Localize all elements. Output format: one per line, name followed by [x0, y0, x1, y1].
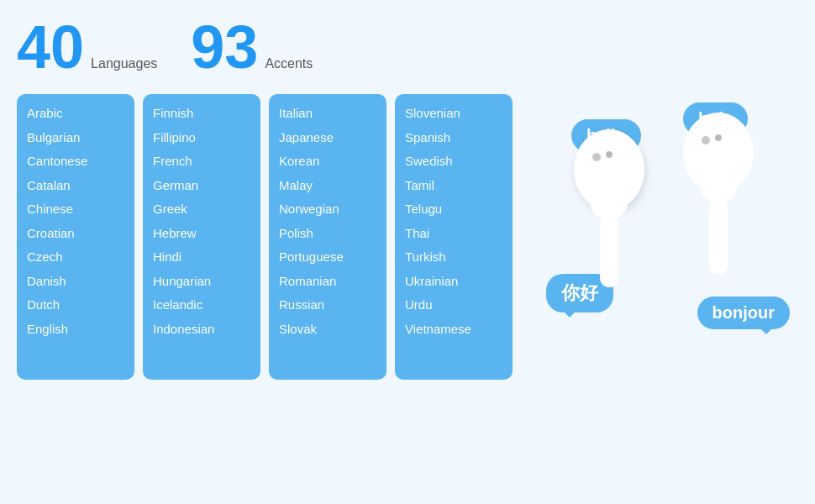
language-item: Greek — [153, 198, 250, 221]
language-item: Slovak — [279, 318, 376, 341]
language-item: Hebrew — [153, 223, 250, 245]
svg-point-2 — [592, 153, 601, 161]
language-item: Cantonese — [27, 150, 124, 173]
languages-number: 40 — [17, 17, 84, 77]
language-item: Hungarian — [153, 270, 250, 293]
language-item: Urdu — [405, 294, 502, 317]
language-column-col4: SlovenianSpanishSwedishTamilTeluguThaiTu… — [395, 94, 513, 380]
language-item: Czech — [27, 246, 124, 269]
language-item: English — [27, 318, 124, 341]
language-item: Icelandic — [153, 294, 250, 317]
accents-number: 93 — [191, 17, 258, 77]
language-item: Finnish — [153, 102, 250, 125]
language-column-col2: FinnishFillipinoFrenchGermanGreekHebrewH… — [143, 94, 260, 380]
language-item: Italian — [279, 102, 376, 125]
language-columns: ArabicBulgarianCantoneseCatalanChineseCr… — [17, 94, 513, 380]
language-item: Catalan — [27, 175, 124, 197]
language-item: Hindi — [153, 246, 250, 269]
svg-point-8 — [715, 134, 722, 141]
accents-stat: 93 Accents — [191, 17, 313, 77]
languages-stat: 40 Languages — [17, 17, 157, 77]
language-item: French — [153, 150, 250, 173]
language-item: Thai — [405, 223, 502, 245]
earbuds-section: hello hola 你好 bonjour — [521, 94, 798, 380]
language-item: Spanish — [405, 127, 502, 150]
content-area: ArabicBulgarianCantoneseCatalanChineseCr… — [17, 94, 798, 380]
language-column-col3: ItalianJapaneseKoreanMalayNorwegianPolis… — [269, 94, 386, 380]
main-container: 40 Languages 93 Accents ArabicBulgarianC… — [0, 0, 815, 504]
language-item: Telugu — [405, 198, 502, 221]
language-item: Danish — [27, 270, 124, 293]
svg-point-3 — [606, 151, 613, 158]
language-item: Chinese — [27, 198, 124, 221]
language-column-col1: ArabicBulgarianCantoneseCatalanChineseCr… — [17, 94, 134, 380]
language-item: Tamil — [405, 175, 502, 197]
language-item: Turkish — [405, 246, 502, 269]
language-item: Norwegian — [279, 198, 376, 221]
earbuds-illustration — [550, 94, 769, 380]
language-item: Polish — [279, 223, 376, 245]
language-item: Malay — [279, 175, 376, 197]
svg-point-7 — [702, 136, 710, 144]
language-item: Arabic — [27, 102, 124, 125]
svg-point-6 — [700, 170, 737, 203]
svg-rect-9 — [709, 199, 728, 275]
languages-label: Languages — [91, 56, 157, 71]
language-item: Russian — [279, 294, 376, 317]
language-item: Portuguese — [279, 246, 376, 269]
language-item: Croatian — [27, 223, 124, 245]
language-item: Swedish — [405, 150, 502, 173]
language-item: German — [153, 175, 250, 197]
language-item: Ukrainian — [405, 270, 502, 293]
language-item: Slovenian — [405, 102, 502, 125]
language-item: Korean — [279, 150, 376, 173]
language-item: Indonesian — [153, 318, 250, 341]
svg-point-1 — [591, 186, 628, 220]
language-item: Japanese — [279, 127, 376, 150]
language-item: Bulgarian — [27, 127, 124, 150]
language-item: Romanian — [279, 270, 376, 293]
language-item: Dutch — [27, 294, 124, 317]
language-item: Fillipino — [153, 127, 250, 150]
language-item: Vietnamese — [405, 318, 502, 341]
stats-header: 40 Languages 93 Accents — [17, 17, 798, 77]
svg-rect-4 — [600, 216, 618, 287]
accents-label: Accents — [265, 56, 313, 71]
